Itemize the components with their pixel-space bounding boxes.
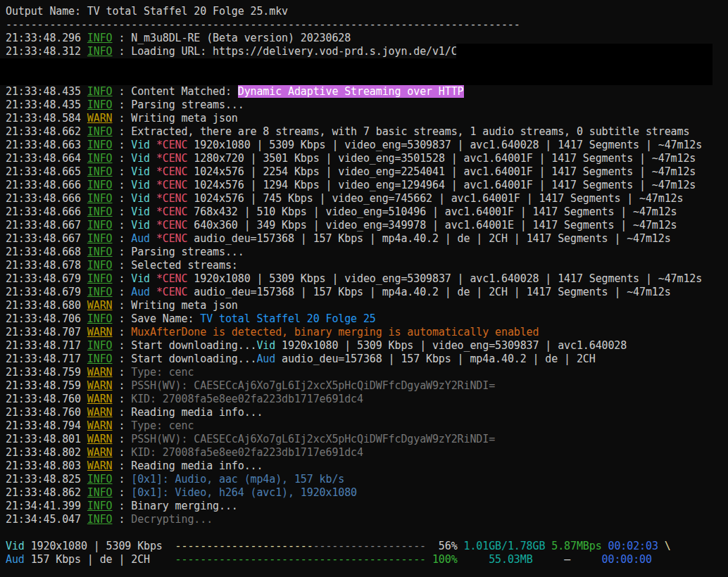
log-text: INFO	[87, 500, 113, 512]
log-text: ----------------------------------------…	[6, 18, 520, 31]
log-text: 21:33:48.435	[6, 99, 87, 111]
log-text: 21:33:48.717	[6, 339, 87, 352]
log-text: : Reading media info...	[113, 406, 263, 419]
log-text: 640x360 | 349 Kbps | video_eng=349978 | …	[187, 219, 677, 232]
log-text: WARN	[87, 379, 113, 392]
log-pssh: 21:33:48.759 WARN : PSSH(WV): CAESECcAj6…	[6, 379, 728, 393]
log-text: : N_m3u8DL-RE (Beta version) 20230628	[113, 32, 351, 44]
log-text: :	[113, 165, 132, 178]
log-text: Vid	[131, 219, 150, 232]
log-mediainfo-video: 21:33:48.862 INFO : [0x1]: Video, h264 (…	[6, 486, 728, 500]
log-text: 00:00:00	[602, 553, 652, 566]
log-text: :	[113, 393, 132, 405]
log-text	[545, 540, 551, 552]
log-extracted: 21:33:48.662 INFO : Extracted, there are…	[6, 125, 728, 139]
log-mediainfo-audio: 21:33:48.825 INFO : [0x1]: Audio, aac (m…	[6, 473, 728, 486]
log-text: : Save Name:	[113, 312, 201, 325]
log-text: 21:33:48.794	[6, 419, 87, 432]
log-text: INFO	[87, 272, 113, 285]
log-text	[150, 286, 156, 298]
log-kid: 21:33:48.760 WARN : KID: 27008fa5e8ee02f…	[6, 393, 728, 406]
log-stream-video: 21:33:48.666 INFO : Vid *CENC 768x432 | …	[6, 205, 728, 219]
log-text: INFO	[87, 99, 113, 111]
log-text: INFO	[87, 45, 113, 58]
log-text: 21:33:48.664	[6, 152, 87, 165]
log-text: *CENC	[156, 219, 188, 232]
log-text: Vid	[131, 205, 150, 218]
log-text	[533, 553, 565, 566]
log-text: Type: cenc	[131, 366, 194, 379]
log-text	[658, 540, 665, 552]
log-text: WARN	[87, 446, 113, 459]
log-text: :	[113, 139, 132, 151]
log-text: 21:33:48.717	[6, 353, 87, 365]
log-text: audio_deu=157368 | 157 Kbps | mp4a.40.2 …	[275, 353, 595, 365]
log-type-cenc: 21:33:48.794 WARN : Type: cenc	[6, 419, 728, 433]
log-text: 1920x1080 | 5309 Kbps | video_eng=530983…	[187, 139, 702, 151]
log-text: 21:33:48.666	[6, 192, 87, 205]
log-text: WARN	[87, 299, 113, 312]
log-pssh: 21:33:48.801 WARN : PSSH(WV): CAESECcAj6…	[6, 433, 728, 446]
log-selected-streams: 21:33:48.678 INFO : Selected streams:	[6, 259, 728, 272]
blank-line	[6, 526, 728, 540]
log-text	[602, 540, 608, 552]
progress-video: Vid 1920x1080 | 5309 Kbps --------------…	[6, 540, 728, 553]
log-text: WARN	[87, 112, 113, 125]
log-writing-meta: 21:33:48.584 WARN : Writing meta json	[6, 112, 728, 125]
log-text: 1920x1080 | 5309 Kbps	[25, 540, 175, 552]
log-text: : Parsing streams...	[113, 246, 244, 258]
log-text: *CENC	[156, 286, 188, 298]
log-text: 21:33:48.760	[6, 393, 87, 405]
log-text	[426, 553, 432, 566]
log-text: INFO	[87, 139, 113, 151]
log-text: 21:33:48.759	[6, 366, 87, 379]
log-text: INFO	[87, 192, 113, 205]
log-text: Vid	[131, 192, 150, 205]
log-text: 21:33:48.667	[6, 232, 87, 245]
log-text: PSSH(WV): CAESECcAj6Xo7gL6Ij2xcX5pHcQiDW…	[131, 379, 495, 392]
log-kid: 21:33:48.802 WARN : KID: 27008fa5e8ee02f…	[6, 446, 728, 459]
log-text: \	[665, 540, 671, 552]
log-text: 21:33:48.312	[6, 45, 87, 58]
log-text: INFO	[87, 246, 113, 258]
log-text	[150, 232, 156, 245]
log-text: 21:33:48.803	[6, 459, 87, 472]
log-text: 21:33:48.296	[6, 32, 87, 44]
log-text: : Writing meta json	[113, 299, 238, 312]
log-text: Vid	[131, 272, 150, 285]
log-text: Aud	[131, 232, 150, 245]
log-content-matched: 21:33:48.435 INFO : Content Matched: Dyn…	[6, 85, 728, 99]
log-text: 1024x576 | 1294 Kbps | video_eng=1294964…	[187, 179, 696, 191]
log-text: 55.03MB	[489, 553, 532, 566]
log-text: INFO	[87, 473, 113, 486]
log-text: 21:33:48.680	[6, 299, 87, 312]
log-text: 1920x1080 | 5309 Kbps | video_eng=530983…	[275, 339, 627, 352]
log-text: 5.87MBps	[551, 540, 601, 552]
log-text: 1024x576 | 745 Kbps | video_eng=745662 |…	[187, 192, 683, 205]
log-text: WARN	[87, 326, 113, 338]
log-text: 21:33:48.825	[6, 473, 87, 486]
progress-audio: Aud 157 Kbps | de | 2CH ----------------…	[6, 553, 728, 566]
log-text: TV total Staffel 20 Folge 25	[200, 312, 376, 325]
log-text	[150, 152, 156, 165]
log-text: INFO	[87, 219, 113, 232]
log-text: :	[113, 379, 132, 392]
log-stream-video: 21:33:48.666 INFO : Vid *CENC 1024x576 |…	[6, 192, 728, 205]
log-text: 21:34:41.399	[6, 500, 87, 512]
log-text: Vid	[131, 179, 150, 191]
log-text: :	[113, 152, 132, 165]
log-selected-audio: 21:33:48.679 INFO : Aud *CENC audio_deu=…	[6, 286, 728, 299]
log-stream-video: 21:33:48.666 INFO : Vid *CENC 1024x576 |…	[6, 179, 728, 192]
log-text: 21:34:45.047	[6, 513, 87, 526]
log-writing-meta: 21:33:48.680 WARN : Writing meta json	[6, 299, 728, 312]
log-text: :	[113, 192, 132, 205]
log-text: *CENC	[156, 272, 188, 285]
log-text: PSSH(WV): CAESECcAj6Xo7gL6Ij2xcX5pHcQiDW…	[131, 433, 495, 445]
log-text: Vid	[6, 540, 25, 552]
log-text: –	[564, 553, 570, 566]
log-text: [0x1]: Video, h264 (avc1), 1920x1080	[131, 486, 357, 499]
log-text: : Extracted, there are 8 streams, with 7…	[113, 125, 690, 138]
log-text: INFO	[87, 165, 113, 178]
log-text: 21:33:48.707	[6, 326, 87, 338]
log-text: MuxAfterDone is detected, binary merging…	[131, 326, 539, 338]
